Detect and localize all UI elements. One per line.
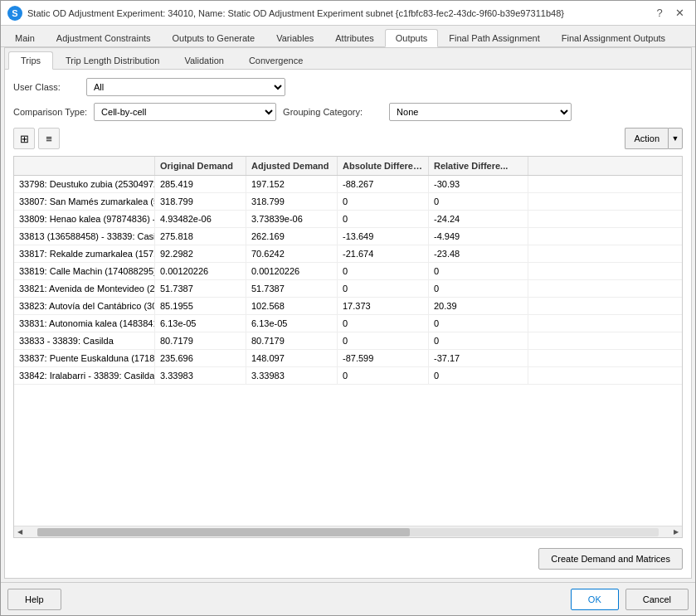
table-cell: 262.169 [246, 228, 338, 245]
table-cell: -37.17 [429, 350, 528, 366]
table-scroll-area[interactable]: 33798: Deustuko zubia (25304972) - 33839… [14, 176, 682, 526]
table-cell: 6.13e-05 [246, 315, 338, 332]
main-tab-final_path_assignment[interactable]: Final Path Assignment [438, 29, 550, 46]
table-cell: -13.649 [338, 228, 429, 245]
scroll-right-arrow[interactable]: ▶ [670, 526, 682, 538]
table-cell: 33842: Iralabarri - 33839: Casilda [14, 367, 155, 384]
cancel-button[interactable]: Cancel [625, 589, 689, 610]
table-cell: 70.6242 [246, 245, 338, 262]
footer-left: Help [7, 589, 61, 610]
action-button[interactable]: Action [625, 128, 668, 149]
table-view-button[interactable]: ≡ [38, 128, 60, 149]
footer-right: OK Cancel [571, 589, 689, 610]
scroll-left-arrow[interactable]: ◀ [14, 526, 26, 538]
table-cell: 0 [338, 263, 429, 279]
table-cell: 0 [429, 263, 528, 279]
sub-tab-validation[interactable]: Validation [172, 51, 236, 69]
table-cell: 80.7179 [246, 332, 338, 349]
table-cell: 33831: Autonomia kalea (148384179) - 338… [14, 315, 155, 332]
table-cell: 0 [338, 280, 429, 297]
table-cell: 33798: Deustuko zubia (25304972) - 33839… [14, 176, 155, 192]
sub-tab-convergence[interactable]: Convergence [236, 51, 315, 69]
title-bar-left: S Static OD Adjustment Experiment: 34010… [7, 6, 564, 21]
table-cell: 0 [429, 332, 528, 349]
table-cell: 33817: Rekalde zumarkalea (157167532) - … [14, 245, 155, 262]
table-cell: 0.00120226 [246, 263, 338, 279]
ok-button[interactable]: OK [571, 589, 619, 610]
table-cell: 33821: Avenida de Montevideo (228294883)… [14, 280, 155, 297]
table-cell: 33813 (136588458) - 33839: Casilda [14, 228, 155, 245]
grid-icon: ⊞ [20, 133, 29, 145]
table-row[interactable]: 33837: Puente Euskalduna (171880890) - 3… [14, 350, 682, 367]
table-row[interactable]: 33798: Deustuko zubia (25304972) - 33839… [14, 176, 682, 193]
table-icon: ≡ [46, 133, 52, 145]
main-tab-final_assignment_outputs[interactable]: Final Assignment Outputs [551, 29, 676, 46]
table-cell: 0 [338, 193, 429, 210]
table-cell: 102.568 [246, 298, 338, 314]
action-dropdown-button[interactable]: ▼ [668, 128, 683, 149]
header-relative-difference: Relative Differe... [429, 157, 528, 175]
close-button[interactable]: ✕ [670, 4, 689, 22]
table-row[interactable]: 33833 - 33839: Casilda80.717980.717900 [14, 332, 682, 350]
grid-view-button[interactable]: ⊞ [13, 128, 35, 149]
table-cell: 51.7387 [155, 280, 246, 297]
table-row[interactable]: 33821: Avenida de Montevideo (228294883)… [14, 280, 682, 298]
table-row[interactable]: 33831: Autonomia kalea (148384179) - 338… [14, 315, 682, 332]
create-demand-button[interactable]: Create Demand and Matrices [538, 548, 683, 570]
sub-tab-trip_length_distribution[interactable]: Trip Length Distribution [53, 51, 172, 69]
header-adjusted-demand: Adjusted Demand [246, 157, 338, 175]
table-row[interactable]: 33817: Rekalde zumarkalea (157167532) - … [14, 245, 682, 263]
table-cell: 80.7179 [155, 332, 246, 349]
grouping-category-select[interactable]: None [389, 103, 572, 121]
h-scrollbar-thumb[interactable] [37, 528, 410, 536]
table-cell: 92.2982 [155, 245, 246, 262]
content-area: TripsTrip Length DistributionValidationC… [4, 47, 692, 579]
help-button[interactable]: ? [650, 4, 669, 22]
main-tab-attributes[interactable]: Attributes [324, 29, 384, 46]
table-cell: 33807: San Mamés zumarkalea (59466128) -… [14, 193, 155, 210]
help-footer-button[interactable]: Help [7, 589, 61, 610]
main-tab-outputs_to_generate[interactable]: Outputs to Generate [162, 29, 266, 46]
table-row[interactable]: 33823: Autovía del Cantábrico (307656564… [14, 298, 682, 315]
grouping-category-label: Grouping Category: [283, 107, 382, 117]
window-title: Static OD Adjustment Experiment: 34010, … [27, 8, 564, 18]
main-tab-main[interactable]: Main [4, 29, 46, 46]
table-cell: 6.13e-05 [155, 315, 246, 332]
footer: Help OK Cancel [1, 582, 695, 615]
table-row[interactable]: 33813 (136588458) - 33839: Casilda275.81… [14, 228, 682, 245]
table-row[interactable]: 33809: Henao kalea (97874836) - 33839: C… [14, 211, 682, 228]
table-cell: 0 [429, 193, 528, 210]
header-od [14, 157, 155, 175]
table-cell: 17.373 [338, 298, 429, 314]
comparison-type-label: Comparison Type: [13, 107, 87, 117]
main-tab-adjustment_constraints[interactable]: Adjustment Constraints [46, 29, 162, 46]
main-tab-outputs[interactable]: Outputs [385, 29, 439, 47]
table-cell: 0 [429, 280, 528, 297]
sub-tab-trips[interactable]: Trips [8, 51, 53, 70]
table-cell: 3.73839e-06 [246, 211, 338, 227]
table-cell: 0 [338, 211, 429, 227]
main-tab-variables[interactable]: Variables [265, 29, 324, 46]
table-cell: 285.419 [155, 176, 246, 192]
table-cell: 0 [429, 367, 528, 384]
main-tab-bar: MainAdjustment ConstraintsOutputs to Gen… [1, 26, 695, 47]
table-cell: 20.39 [429, 298, 528, 314]
table-cell: 0.00120226 [155, 263, 246, 279]
table-row[interactable]: 33807: San Mamés zumarkalea (59466128) -… [14, 193, 682, 211]
table-cell: -88.267 [338, 176, 429, 192]
table-row[interactable]: 33842: Iralabarri - 33839: Casilda3.3398… [14, 367, 682, 385]
horizontal-scrollbar[interactable]: ◀ ▶ [14, 526, 682, 537]
bottom-action-row: Create Demand and Matrices [13, 545, 683, 570]
filter-row-user-class: User Class: All [13, 78, 683, 96]
table-cell: 33823: Autovía del Cantábrico (307656564… [14, 298, 155, 314]
table-cell: 3.33983 [155, 367, 246, 384]
table-cell: -87.599 [338, 350, 429, 366]
table-row[interactable]: 33819: Calle Machin (174088295) - 33839:… [14, 263, 682, 280]
user-class-select[interactable]: All [86, 78, 285, 96]
h-scrollbar-track [37, 528, 659, 536]
table-cell: 0 [338, 367, 429, 384]
table-cell: 33837: Puente Euskalduna (171880890) - 3… [14, 350, 155, 366]
table-cell: -21.674 [338, 245, 429, 262]
sub-tab-bar: TripsTrip Length DistributionValidationC… [5, 48, 691, 70]
comparison-type-select[interactable]: Cell-by-cell [94, 103, 276, 121]
